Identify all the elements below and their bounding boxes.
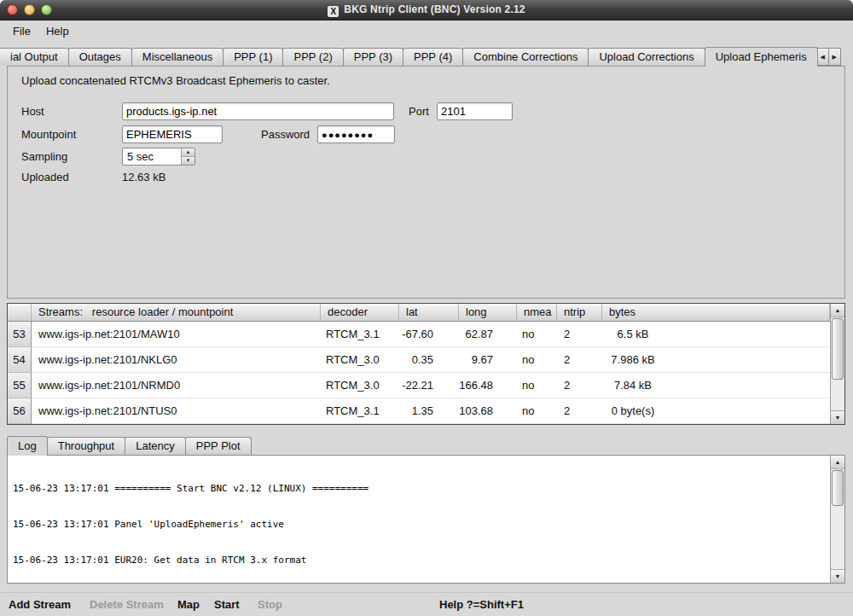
log-line: 15-06-23 13:17:01 EUR20: Get data in RTC… [13, 555, 829, 567]
stream-row[interactable]: 54 www.igs-ip.net:2101/NKLG0 RTCM_3.0 0.… [8, 347, 844, 373]
scroll-down-icon[interactable]: ▼ [831, 410, 844, 424]
cell-resource: www.igs-ip.net:2101/MAW10 [32, 322, 321, 346]
tab-ppp-2[interactable]: PPP (2) [282, 48, 343, 66]
cell-nmea: no [517, 347, 557, 372]
tab-latency[interactable]: Latency [125, 437, 186, 455]
tab-scroll-controls: ◀ ▶ [817, 48, 841, 66]
x11-icon: X [328, 6, 339, 17]
cell-decoder: RTCM_3.1 [321, 398, 399, 423]
chevron-right-icon: ▶ [832, 54, 836, 61]
sampling-spinbox[interactable]: 5 sec ▲ ▼ [122, 148, 195, 166]
header-lat[interactable]: lat [399, 304, 459, 321]
minimize-button[interactable] [24, 4, 35, 15]
tab-miscellaneous[interactable]: Miscellaneous [131, 48, 223, 66]
cell-resource: www.igs-ip.net:2101/NKLG0 [32, 347, 321, 372]
map-button[interactable]: Map [177, 598, 200, 611]
table-corner [8, 304, 32, 321]
row-number: 55 [8, 373, 32, 398]
tab-scroll-right-button[interactable]: ▶ [828, 48, 841, 66]
log-line: 15-06-23 13:17:01 Panel 'UploadEphemeris… [13, 519, 829, 531]
tab-ppp-4[interactable]: PPP (4) [403, 48, 463, 66]
stream-row[interactable]: 56 www.igs-ip.net:2101/NTUS0 RTCM_3.1 1.… [8, 398, 844, 424]
stop-button[interactable]: Stop [258, 598, 282, 611]
tab-upload-corrections[interactable]: Upload Corrections [588, 48, 705, 66]
uploaded-label: Uploaded [21, 171, 69, 183]
host-input[interactable] [122, 102, 394, 120]
start-button[interactable]: Start [214, 598, 240, 611]
stream-row[interactable]: 53 www.igs-ip.net:2101/MAW10 RTCM_3.1 -6… [8, 322, 844, 347]
cell-nmea: no [517, 322, 557, 346]
cell-lat: -67.60 [399, 322, 459, 346]
scrollbar-thumb[interactable] [832, 318, 844, 380]
cell-ntrip: 2 [557, 373, 602, 398]
menu-help[interactable]: Help [38, 22, 77, 40]
cell-lat: 0.35 [399, 347, 459, 372]
header-nmea[interactable]: nmea [517, 304, 557, 321]
port-input[interactable] [437, 102, 513, 120]
spin-up-icon[interactable]: ▲ [182, 148, 194, 157]
app-window: XBKG Ntrip Client (BNC) Version 2.12 Fil… [0, 0, 853, 616]
scrollbar-thumb[interactable] [832, 470, 844, 506]
panel-description: Upload concatenated RTCMv3 Broadcast Eph… [21, 74, 330, 87]
tab-ppp-plot[interactable]: PPP Plot [185, 437, 252, 455]
header-long[interactable]: long [459, 304, 517, 321]
tab-serial-output[interactable]: ial Output [0, 48, 69, 66]
spin-down-icon[interactable]: ▼ [182, 157, 194, 165]
cell-ntrip: 2 [557, 398, 602, 423]
port-label: Port [409, 105, 429, 118]
bottom-action-bar: Add Stream Delete Stream Map Start Stop … [0, 592, 853, 616]
stream-row[interactable]: 55 www.igs-ip.net:2101/NRMD0 RTCM_3.0 -2… [8, 373, 844, 398]
cell-long: 62.87 [459, 322, 517, 346]
tab-ppp-1[interactable]: PPP (1) [223, 48, 283, 66]
password-input[interactable] [317, 125, 395, 143]
tab-throughput[interactable]: Throughput [47, 437, 126, 455]
tab-ppp-3[interactable]: PPP (3) [343, 48, 403, 66]
mountpoint-input[interactable] [122, 125, 223, 143]
menu-file[interactable]: File [5, 22, 38, 40]
row-number: 54 [8, 347, 32, 373]
tab-upload-ephemeris[interactable]: Upload Ephemeris [705, 47, 818, 67]
cell-long: 166.48 [459, 373, 517, 398]
streams-table-header: Streams: resource loader / mountpoint de… [8, 304, 844, 322]
upload-ephemeris-panel: Upload concatenated RTCMv3 Broadcast Eph… [7, 66, 845, 299]
cell-decoder: RTCM_3.0 [321, 347, 399, 372]
cell-bytes: 7.986 kB [602, 347, 664, 372]
tab-outages[interactable]: Outages [68, 48, 132, 66]
tab-combine-corrections[interactable]: Combine Corrections [462, 48, 589, 66]
config-tab-bar: ial Output Outages Miscellaneous PPP (1)… [0, 47, 839, 67]
scroll-up-icon[interactable]: ▲ [831, 304, 844, 317]
streams-scrollbar[interactable]: ▲ ▼ [830, 304, 844, 424]
cell-nmea: no [517, 373, 557, 398]
sampling-value: 5 sec [123, 148, 181, 165]
streams-table: Streams: resource loader / mountpoint de… [7, 303, 845, 425]
delete-stream-button[interactable]: Delete Stream [90, 598, 164, 611]
help-shortcut-label: Help ?=Shift+F1 [439, 598, 524, 611]
cell-ntrip: 2 [557, 322, 602, 346]
cell-decoder: RTCM_3.0 [321, 373, 399, 398]
tab-log[interactable]: Log [7, 436, 48, 456]
log-scrollbar[interactable]: ▲ ▼ [830, 456, 844, 583]
header-decoder[interactable]: decoder [321, 304, 399, 321]
zoom-button[interactable] [41, 4, 52, 15]
header-ntrip[interactable]: ntrip [557, 304, 602, 321]
host-label: Host [21, 105, 44, 118]
mountpoint-label: Mountpoint [21, 128, 76, 141]
cell-ntrip: 2 [557, 347, 602, 372]
add-stream-button[interactable]: Add Stream [9, 598, 71, 611]
header-resource[interactable]: Streams: resource loader / mountpoint [32, 304, 321, 321]
window-controls [7, 4, 52, 15]
log-line: 15-06-23 13:17:01 ========== Start BNC v… [13, 483, 829, 495]
window-title: XBKG Ntrip Client (BNC) Version 2.12 [0, 3, 853, 17]
uploaded-value: 12.63 kB [122, 171, 165, 183]
cell-long: 9.67 [459, 347, 517, 372]
cell-resource: www.igs-ip.net:2101/NTUS0 [32, 398, 321, 423]
header-bytes[interactable]: bytes [602, 304, 830, 321]
tab-scroll-left-button[interactable]: ◀ [816, 48, 829, 66]
scroll-up-icon[interactable]: ▲ [831, 456, 844, 469]
cell-lat: 1.35 [399, 398, 459, 423]
close-button[interactable] [7, 4, 18, 15]
row-number: 56 [8, 398, 32, 424]
menubar: File Help [0, 20, 853, 42]
scroll-down-icon[interactable]: ▼ [831, 569, 844, 583]
row-number: 53 [8, 322, 32, 347]
